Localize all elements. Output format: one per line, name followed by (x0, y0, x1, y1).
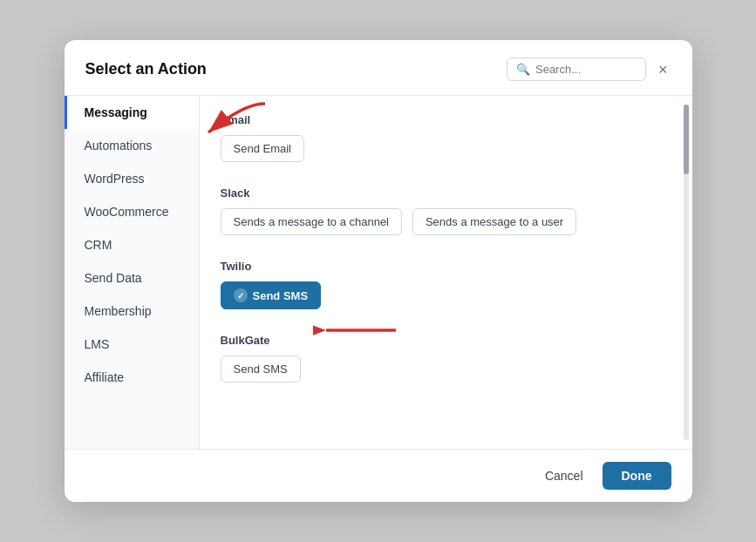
slack-section-label: Slack (221, 186, 671, 200)
email-section-label: Email (221, 113, 671, 126)
select-action-modal: Select an Action 🔍 × Messaging Automatio… (65, 40, 692, 502)
search-box[interactable]: 🔍 (507, 58, 646, 81)
slack-section: Slack Sends a message to a channel Sends… (221, 186, 671, 241)
search-icon: 🔍 (516, 63, 530, 76)
send-sms-twilio-button[interactable]: ✓ Send SMS (221, 281, 322, 309)
cancel-button[interactable]: Cancel (535, 463, 594, 489)
email-section: Email Send Email (221, 113, 671, 167)
modal-header: Select an Action 🔍 × (65, 40, 692, 96)
modal-footer: Cancel Done (65, 449, 692, 502)
twilio-section-label: Twilio (221, 260, 671, 273)
sidebar-item-membership[interactable]: Membership (65, 295, 199, 328)
send-sms-bulkgate-button[interactable]: Send SMS (221, 356, 301, 383)
scrollbar-track[interactable] (684, 105, 689, 440)
sidebar-item-send-data[interactable]: Send Data (65, 261, 199, 295)
bulkgate-section-label: BulkGate (221, 334, 671, 347)
slack-channel-button[interactable]: Sends a message to a channel (221, 208, 403, 235)
content-area: Email Send Email Slack Sends a message t… (200, 96, 692, 449)
close-button[interactable]: × (655, 60, 671, 79)
done-button[interactable]: Done (603, 462, 671, 490)
slack-user-button[interactable]: Sends a message to a user (412, 208, 576, 235)
sidebar-item-affiliate[interactable]: Affiliate (65, 361, 199, 394)
modal-title: Select an Action (85, 60, 207, 78)
twilio-section: Twilio ✓ Send SMS (221, 260, 671, 315)
sidebar-item-automations[interactable]: Automations (65, 129, 199, 162)
modal-body: Messaging Automations WordPress WooComme… (65, 96, 692, 449)
sidebar-item-messaging[interactable]: Messaging (65, 96, 199, 129)
scrollbar-thumb[interactable] (684, 105, 689, 174)
sidebar-item-wordpress[interactable]: WordPress (65, 162, 199, 195)
sidebar: Messaging Automations WordPress WooComme… (65, 96, 200, 449)
search-input[interactable] (535, 63, 637, 76)
send-email-button[interactable]: Send Email (221, 135, 304, 162)
sidebar-item-woocommerce[interactable]: WooCommerce (65, 195, 199, 228)
sidebar-item-crm[interactable]: CRM (65, 228, 199, 261)
sms-check-icon: ✓ (234, 288, 248, 302)
header-right: 🔍 × (507, 58, 671, 81)
sidebar-item-lms[interactable]: LMS (65, 328, 199, 361)
bulkgate-section: BulkGate Send SMS (221, 334, 671, 388)
